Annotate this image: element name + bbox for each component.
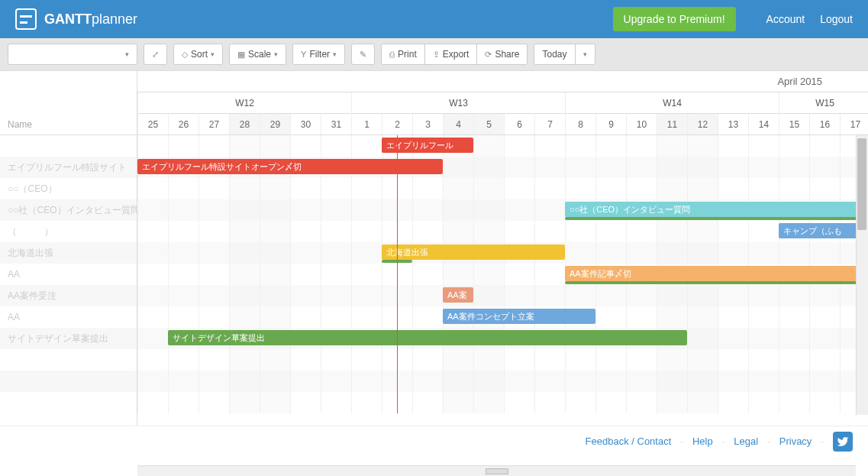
print-button[interactable]: ⎙Print — [381, 44, 425, 65]
vertical-scrollbar[interactable] — [856, 135, 868, 415]
day-header: 28 — [229, 114, 260, 134]
today-button[interactable]: Today — [534, 44, 575, 65]
week-header: W14 — [565, 92, 779, 114]
task-row: エイプリルフール特設サイトオープン〆切 — [137, 157, 868, 178]
task-bar[interactable]: エイプリルフール — [382, 138, 473, 153]
task-label[interactable] — [0, 392, 137, 413]
week-header: W13 — [351, 92, 565, 114]
footer: Feedback / Contact· Help· Legal· Privacy… — [0, 426, 868, 456]
week-header: W15 — [779, 92, 868, 114]
task-label[interactable] — [0, 371, 137, 392]
upgrade-button[interactable]: Upgrade to Premium! — [613, 7, 736, 31]
day-header: 5 — [473, 114, 504, 134]
gantt-chart: Name エイプリルフール特設サイト○○（CEO）○○社（CEO）インタビュー質… — [0, 70, 868, 426]
feedback-link[interactable]: Feedback / Contact — [586, 436, 672, 447]
day-header: 26 — [168, 114, 198, 134]
day-row: 252627282930311234567891011121314151617 — [137, 114, 868, 135]
task-row: エイプリルフール — [137, 135, 868, 157]
task-bar[interactable]: キャンプ（ふも — [779, 223, 868, 238]
day-header: 4 — [443, 114, 473, 134]
task-bar[interactable]: AA案件記事〆切 — [565, 266, 868, 281]
brand-name: GANTTplanner — [44, 11, 137, 28]
expand-button[interactable]: ⤢ — [144, 44, 167, 65]
share-button[interactable]: ⟳Share — [476, 44, 528, 65]
task-label[interactable]: ○○社（CEO）インタビュー質問 — [0, 199, 137, 221]
day-header: 6 — [504, 114, 534, 134]
task-label[interactable]: AA — [0, 306, 137, 328]
progress-bar — [565, 217, 868, 220]
day-header: 12 — [687, 114, 718, 134]
task-label[interactable]: （ ） — [0, 221, 137, 242]
logout-link[interactable]: Logout — [820, 13, 853, 25]
task-label[interactable]: AA — [0, 264, 137, 285]
day-header: 2 — [382, 114, 412, 134]
filter-button[interactable]: YFilter▾ — [292, 44, 345, 65]
day-header: 7 — [534, 114, 565, 134]
name-column-header: Name — [0, 71, 137, 135]
day-header: 15 — [779, 114, 809, 134]
day-header: 17 — [840, 114, 868, 134]
task-name-panel: Name エイプリルフール特設サイト○○（CEO）○○社（CEO）インタビュー質… — [0, 71, 137, 426]
day-header: 25 — [137, 114, 168, 134]
app-header: GANTTplanner Upgrade to Premium! Account… — [0, 0, 868, 38]
month-row: April 2015 — [137, 71, 868, 92]
settings-button[interactable]: ✎ — [351, 44, 375, 65]
task-label[interactable]: 北海道出張 — [0, 242, 137, 264]
day-header: 3 — [412, 114, 443, 134]
week-header: W12 — [137, 92, 351, 114]
day-header: 27 — [198, 114, 229, 134]
task-row — [137, 349, 868, 371]
day-header: 30 — [290, 114, 321, 134]
day-header: 10 — [626, 114, 657, 134]
task-row: サイトデザイン草案提出 — [137, 328, 868, 349]
task-row — [137, 178, 868, 199]
day-header: 16 — [809, 114, 840, 134]
task-row: AA案件コンセプト立案 — [137, 306, 868, 328]
help-link[interactable]: Help — [692, 436, 713, 447]
project-select[interactable]: ▾ — [8, 44, 137, 65]
toolbar: ▾ ⤢ ◇Sort▾ ▦Scale▾ YFilter▾ ✎ ⎙Print ⇪Ex… — [0, 38, 868, 70]
day-header: 11 — [657, 114, 687, 134]
task-row: AA案件記事〆切 — [137, 264, 868, 285]
task-row: AA案 — [137, 285, 868, 306]
progress-bar — [565, 281, 868, 284]
today-dropdown[interactable]: ▾ — [575, 44, 595, 65]
today-line — [397, 135, 398, 413]
export-button[interactable]: ⇪Export — [424, 44, 478, 65]
task-label[interactable] — [0, 349, 137, 371]
task-bar[interactable]: AA案 — [443, 287, 473, 303]
day-header: 9 — [595, 114, 626, 134]
twitter-icon[interactable] — [833, 432, 853, 452]
day-header: 14 — [748, 114, 779, 134]
task-row — [137, 392, 868, 413]
task-bar[interactable]: AA案件コンセプト立案 — [443, 309, 595, 324]
task-label[interactable]: サイトデザイン草案提出 — [0, 328, 137, 349]
week-row: W12W13W14W15 — [137, 92, 868, 114]
task-bar[interactable]: 北海道出張 — [382, 244, 565, 260]
privacy-link[interactable]: Privacy — [779, 436, 812, 447]
task-bar[interactable]: ○○社（CEO）インタビュー質問 — [565, 202, 868, 217]
day-header: 31 — [321, 114, 351, 134]
task-label[interactable] — [0, 135, 137, 157]
day-header: 8 — [565, 114, 595, 134]
day-header: 29 — [260, 114, 290, 134]
sort-button[interactable]: ◇Sort▾ — [173, 44, 223, 65]
day-header: 13 — [718, 114, 748, 134]
day-header: 1 — [351, 114, 382, 134]
task-row: 北海道出張 — [137, 242, 868, 264]
timeline-panel: April 2015 W12W13W14W15 2526272829303112… — [137, 71, 868, 426]
task-row — [137, 371, 868, 392]
task-label[interactable]: エイプリルフール特設サイト — [0, 157, 137, 178]
scroll-grip[interactable] — [486, 468, 508, 474]
task-label[interactable]: ○○（CEO） — [0, 178, 137, 199]
task-row: ○○社（CEO）インタビュー質問 — [137, 199, 868, 221]
horizontal-scrollbar[interactable] — [137, 465, 856, 476]
task-label[interactable]: AA案件受注 — [0, 285, 137, 306]
task-row: キャンプ（ふも — [137, 221, 868, 242]
account-link[interactable]: Account — [766, 13, 805, 25]
scale-button[interactable]: ▦Scale▾ — [229, 44, 286, 65]
legal-link[interactable]: Legal — [734, 436, 758, 447]
scroll-thumb[interactable] — [857, 138, 866, 230]
task-bar[interactable]: サイトデザイン草案提出 — [168, 330, 687, 345]
logo-icon — [15, 8, 37, 30]
